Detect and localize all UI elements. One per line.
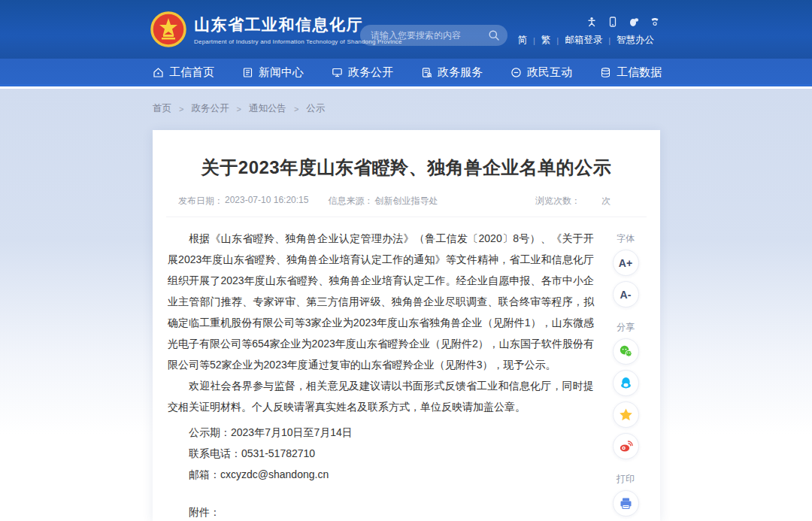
breadcrumb-gov-info[interactable]: 政务公开 [191,102,229,115]
print-button[interactable] [613,490,639,516]
printer-icon [619,496,633,510]
nav-item-gov-info[interactable]: 政务公开 [332,65,393,80]
nav-item-gov-service[interactable]: 政务服务 [421,65,483,80]
nav-label: 工信数据 [617,65,662,80]
nav-label: 政务服务 [438,65,483,80]
publish-date-value: 2023-07-10 16:20:15 [225,195,308,207]
nav-label: 工信首页 [169,65,214,80]
lang-traditional-link[interactable]: 繁 [535,34,557,47]
publish-date-label: 发布日期： [178,195,223,207]
national-emblem-logo[interactable] [150,11,186,47]
search-icon[interactable] [488,29,500,41]
mouse-icon[interactable] [629,17,639,27]
monitor-icon [332,67,343,78]
paragraph-2: 欢迎社会各界参与监督，相关意见及建议请以书面形式反馈省工业和信息化厅，同时提交相… [168,375,594,417]
breadcrumb-home[interactable]: 首页 [153,102,171,115]
source-label: 信息来源： [328,195,373,207]
circle-minus-icon [511,67,522,78]
qq-icon [619,376,633,390]
header-quick-links: 简 | 繁 | 邮箱登录 | 智慧办公 [511,34,660,47]
source-value: 创新创业指导处 [374,195,438,207]
weibo-icon [619,439,633,453]
nav-label: 新闻中心 [259,65,304,80]
breadcrumb-separator: > [179,105,183,114]
notice-period-line: 公示期：2023年7月10日至7月14日 [168,422,594,443]
page-body: 首页 > 政务公开 > 通知公告 > 公示 关于2023年度山东省瞪羚、独角兽企… [0,89,812,521]
article-meta: 发布日期： 2023-07-10 16:20:15 信息来源： 创新创业指导处 … [166,195,647,217]
contact-phone-line: 联系电话：0531-51782710 [168,443,594,464]
nav-label: 政务公开 [348,65,393,80]
share-label: 分享 [617,321,635,333]
header-quick-area: 简 | 繁 | 邮箱登录 | 智慧办公 [511,17,660,47]
home-icon [153,67,164,78]
views-suffix: 次 [601,195,611,207]
font-decrease-button[interactable]: A- [613,281,639,307]
breadcrumb-separator: > [236,105,241,114]
mobile-icon[interactable] [607,17,618,27]
wechat-icon [619,344,633,359]
main-nav: 工信首页 新闻中心 政务公开 [0,59,812,86]
breadcrumb-current: 公示 [306,102,325,115]
accessibility-icon[interactable] [586,17,597,27]
nav-item-home[interactable]: 工信首页 [153,65,214,80]
contact-phone-icon[interactable] [650,17,660,27]
nav-item-data[interactable]: 工信数据 [600,65,662,80]
article-title: 关于2023年度山东省瞪羚、独角兽企业名单的公示 [166,156,647,180]
emblem-icon [150,11,186,47]
attachments-label: 附件： [168,503,594,521]
breadcrumb: 首页 > 政务公开 > 通知公告 > 公示 [153,102,325,115]
side-toolbar: 字体 A+ A- 分享 [611,232,641,516]
breadcrumb-separator: > [294,105,298,114]
header-banner: 山东省工业和信息化厅 Department of Industry and In… [0,0,812,59]
attachments-block: 附件： 附件1：2023年独角兽企业评审拟通过企业汇总表 [168,503,594,521]
font-size-label: 字体 [617,232,635,244]
database-icon [600,67,611,78]
nav-label: 政民互动 [527,65,572,80]
paragraph-1: 根据《山东省瞪羚、独角兽企业认定管理办法》（鲁工信发〔2020〕8号）、《关于开… [168,228,594,375]
nav-item-news[interactable]: 新闻中心 [242,65,304,80]
lang-simplified-link[interactable]: 简 [511,34,533,47]
nav-item-interaction[interactable]: 政民互动 [511,65,572,80]
share-weibo-button[interactable] [613,433,639,459]
search-input[interactable] [371,30,488,41]
breadcrumb-notices[interactable]: 通知公告 [249,102,286,115]
share-qq-button[interactable] [613,370,639,396]
share-wechat-button[interactable] [613,338,639,365]
article-body: 根据《山东省瞪羚、独角兽企业认定管理办法》（鲁工信发〔2020〕8号）、《关于开… [166,228,647,521]
qzone-icon [619,407,633,422]
print-label: 打印 [617,473,635,485]
document-icon [421,67,432,78]
email-line: 邮箱：cxcyzdc@shandong.cn [168,464,594,485]
font-increase-button[interactable]: A+ [613,250,639,276]
page: 山东省工业和信息化厅 Department of Industry and In… [0,0,812,521]
views-label: 浏览次数： [535,195,580,207]
search-box [360,25,508,46]
article-card: 关于2023年度山东省瞪羚、独角兽企业名单的公示 发布日期： 2023-07-1… [153,130,660,521]
news-icon [242,67,253,78]
header-mini-icons [511,17,660,27]
smart-office-link[interactable]: 智慧办公 [611,34,660,47]
share-qzone-button[interactable] [613,401,639,428]
mail-login-link[interactable]: 邮箱登录 [559,34,608,47]
